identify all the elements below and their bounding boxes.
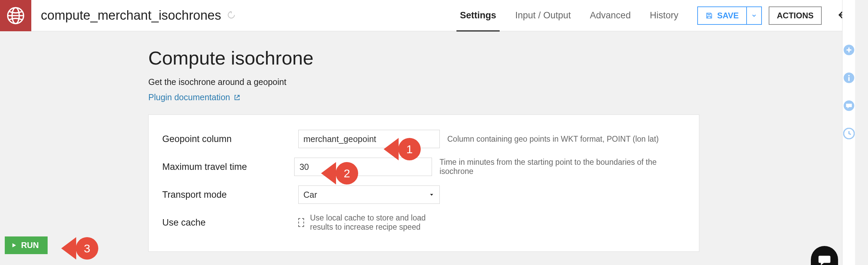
save-label: SAVE [717,11,739,20]
documentation-link[interactable]: Plugin documentation [148,92,241,102]
help-chat-bubble[interactable] [811,246,838,265]
clock-icon[interactable] [843,128,855,139]
save-icon [705,12,713,19]
help-max-time: Time in minutes from the starting point … [439,158,685,176]
actions-button[interactable]: ACTIONS [769,6,822,25]
svg-point-10 [848,75,849,76]
svg-marker-5 [13,243,16,247]
select-value: Car [303,190,317,200]
save-button[interactable]: SAVE [698,7,746,24]
select-transport-mode[interactable]: Car [298,186,440,204]
label-max-time: Maximum travel time [162,162,294,172]
speech-bubble-icon [817,253,832,265]
recipe-title: compute_merchant_isochrones [41,8,221,23]
save-button-group: SAVE [697,6,762,25]
play-icon [11,242,17,248]
external-link-icon [233,94,241,101]
recipe-logo [0,0,31,31]
input-max-travel-time[interactable] [294,158,432,176]
row-use-cache: Use cache Use local cache to store and l… [162,213,685,232]
label-transport-mode: Transport mode [162,190,298,200]
doc-link-text: Plugin documentation [148,92,230,102]
chevron-down-icon [751,13,757,19]
run-label: RUN [21,241,39,250]
globe-icon [6,6,25,25]
row-geopoint: Geopoint column Column containing geo po… [162,130,685,148]
refresh-icon[interactable] [227,10,236,21]
row-transport-mode: Transport mode Car [162,186,685,204]
row-max-time: Maximum travel time Time in minutes from… [162,158,685,176]
label-geopoint: Geopoint column [162,134,298,144]
help-use-cache: Use local cache to store and load result… [310,213,440,232]
tab-advanced[interactable]: Advanced [590,0,631,31]
right-rail [842,0,855,265]
input-geopoint-column[interactable] [298,130,440,148]
content-area: Compute isochrone Get the isochrone arou… [0,31,565,252]
help-geopoint: Column containing geo points in WKT form… [447,135,659,144]
label-use-cache: Use cache [162,217,298,228]
page-title: Compute isochrone [148,47,565,69]
page-subtitle: Get the isochrone around a geopoint [148,77,565,87]
form-panel: Geopoint column Column containing geo po… [148,114,699,252]
tab-history[interactable]: History [650,0,678,31]
info-icon[interactable] [843,72,855,84]
svg-marker-4 [430,194,433,196]
header-tabs: Settings Input / Output Advanced History [460,0,678,31]
run-button[interactable]: RUN [5,236,48,254]
checkbox-use-cache[interactable] [298,218,304,227]
tab-input-output[interactable]: Input / Output [515,0,571,31]
tab-settings[interactable]: Settings [460,0,496,31]
save-dropdown[interactable] [746,7,761,24]
svg-rect-11 [848,77,850,81]
add-icon[interactable] [843,44,855,56]
header-bar: compute_merchant_isochrones Settings Inp… [0,0,855,31]
chevron-down-icon [429,192,435,198]
chat-icon[interactable] [843,100,855,111]
